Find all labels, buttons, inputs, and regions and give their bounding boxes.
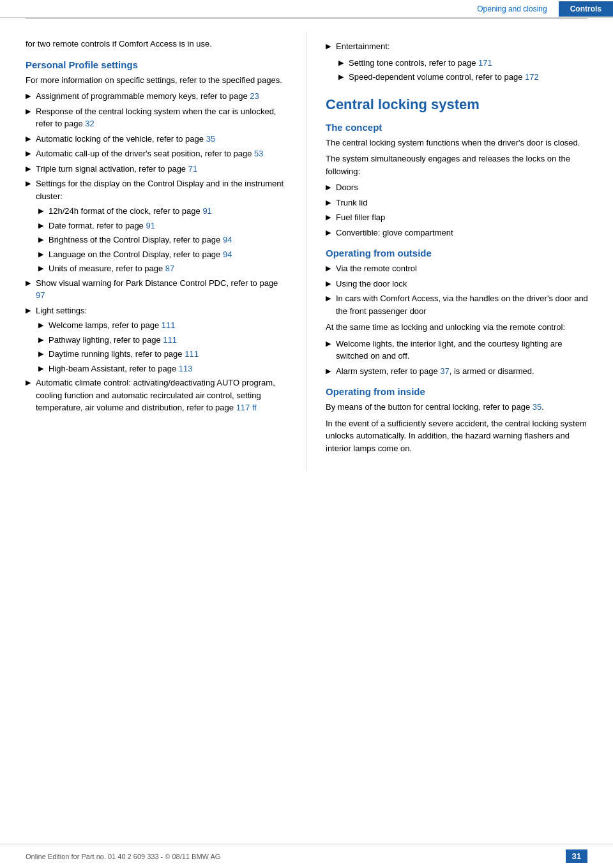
bullet-icon: ▶ bbox=[326, 227, 331, 238]
bullet-icon: ▶ bbox=[26, 163, 31, 174]
bullet-icon: ▶ bbox=[326, 293, 331, 304]
list-item: ▶ Doors bbox=[326, 181, 594, 194]
list-item-entertainment: ▶ Entertainment: bbox=[326, 40, 594, 53]
link-97[interactable]: 97 bbox=[36, 290, 45, 300]
bullet-icon: ▶ bbox=[26, 305, 31, 316]
list-item: ▶ Date format, refer to page 91 bbox=[38, 220, 287, 232]
locks-list: ▶ Doors ▶ Trunk lid ▶ Fuel filler flap ▶… bbox=[326, 181, 594, 239]
bullet-icon: ▶ bbox=[38, 363, 43, 374]
bullet-icon: ▶ bbox=[338, 71, 344, 82]
list-item: ▶ Units of measure, refer to page 87 bbox=[38, 262, 287, 275]
bullet-icon: ▶ bbox=[26, 106, 31, 117]
bullet-icon: ▶ bbox=[38, 348, 43, 359]
left-column: for two remote controls if Comfort Acces… bbox=[0, 31, 306, 471]
bullet-icon: ▶ bbox=[26, 91, 31, 101]
bullet-icon: ▶ bbox=[326, 366, 331, 377]
list-item: ▶ In cars with Comfort Access, via the h… bbox=[326, 292, 594, 317]
bullet-icon: ▶ bbox=[38, 263, 43, 274]
link-37[interactable]: 37 bbox=[440, 366, 449, 376]
link-111c[interactable]: 111 bbox=[185, 349, 199, 359]
footer-copyright: Online Edition for Part no. 01 40 2 609 … bbox=[26, 853, 220, 860]
link-113[interactable]: 113 bbox=[179, 364, 193, 373]
bullet-icon: ▶ bbox=[338, 57, 344, 68]
operating-outside-heading: Operating from outside bbox=[326, 248, 594, 258]
the-concept-heading: The concept bbox=[326, 122, 594, 133]
personal-profile-list: ▶ Assignment of programmable memory keys… bbox=[26, 90, 287, 414]
list-item: ▶ High-beam Assistant, refer to page 113 bbox=[38, 363, 287, 375]
link-87[interactable]: 87 bbox=[165, 264, 174, 273]
bullet-icon: ▶ bbox=[38, 220, 43, 231]
link-171[interactable]: 171 bbox=[478, 58, 492, 68]
link-94b[interactable]: 94 bbox=[223, 250, 232, 259]
tab-opening-closing[interactable]: Opening and closing bbox=[465, 1, 558, 17]
bullet-icon: ▶ bbox=[326, 263, 331, 274]
list-item: ▶ Alarm system, refer to page 37, is arm… bbox=[326, 365, 594, 378]
list-item: ▶ Trunk lid bbox=[326, 197, 594, 209]
list-item: ▶ Daytime running lights, refer to page … bbox=[38, 348, 287, 361]
bullet-icon: ▶ bbox=[26, 377, 31, 388]
operating-outside-para1: At the same time as locking and unlockin… bbox=[326, 321, 594, 334]
footer: Online Edition for Part no. 01 40 2 609 … bbox=[0, 844, 613, 868]
link-23[interactable]: 23 bbox=[250, 91, 259, 101]
tab-controls[interactable]: Controls bbox=[559, 1, 613, 17]
sub-list-display: ▶ 12h/24h format of the clock, refer to … bbox=[38, 205, 287, 275]
list-item: ▶ Convertible: glove compartment bbox=[326, 227, 594, 239]
header-bar: Opening and closing Controls bbox=[0, 0, 613, 18]
sub-list-light: ▶ Welcome lamps, refer to page 111 ▶ Pat… bbox=[38, 319, 287, 375]
list-item: ▶ Via the remote control bbox=[326, 262, 594, 275]
list-item: ▶ Welcome lamps, refer to page 111 bbox=[38, 319, 287, 332]
bullet-icon: ▶ bbox=[326, 212, 331, 223]
list-item: ▶ 12h/24h format of the clock, refer to … bbox=[38, 205, 287, 218]
link-94a[interactable]: 94 bbox=[223, 235, 232, 244]
right-column: ▶ Entertainment: ▶ Setting tone controls… bbox=[306, 31, 613, 471]
page-number: 31 bbox=[566, 849, 587, 863]
list-item: ▶ Welcome lights, the interior light, an… bbox=[326, 338, 594, 363]
list-item: ▶ Using the door lock bbox=[326, 278, 594, 290]
personal-profile-heading: Personal Profile settings bbox=[26, 59, 287, 70]
bullet-icon: ▶ bbox=[26, 178, 31, 189]
the-concept-para2: The system simultaneously engages and re… bbox=[326, 153, 594, 177]
list-item: ▶ Light settings: bbox=[26, 304, 287, 317]
link-35b[interactable]: 35 bbox=[533, 402, 541, 412]
bullet-icon: ▶ bbox=[38, 206, 43, 216]
link-71[interactable]: 71 bbox=[188, 164, 197, 174]
link-111b[interactable]: 111 bbox=[163, 335, 177, 345]
list-item: ▶ Automatic climate control: activating/… bbox=[26, 377, 287, 414]
bullet-icon: ▶ bbox=[326, 41, 331, 52]
bullet-icon: ▶ bbox=[26, 278, 31, 288]
bullet-icon: ▶ bbox=[26, 133, 31, 144]
top-divider bbox=[26, 18, 587, 19]
bullet-icon: ▶ bbox=[38, 334, 43, 345]
operating-inside-para2: In the event of a sufficiently severe ac… bbox=[326, 417, 594, 455]
bullet-icon: ▶ bbox=[26, 148, 31, 159]
link-117ff[interactable]: 117 ff bbox=[236, 403, 257, 412]
central-locking-heading: Central locking system bbox=[326, 96, 594, 113]
list-item: ▶ Language on the Control Display, refer… bbox=[38, 248, 287, 261]
link-53[interactable]: 53 bbox=[254, 149, 263, 158]
list-item: ▶ Fuel filler flap bbox=[326, 211, 594, 224]
link-35[interactable]: 35 bbox=[206, 134, 215, 144]
link-32[interactable]: 32 bbox=[85, 119, 94, 128]
entertainment-list: ▶ Entertainment: bbox=[326, 40, 594, 53]
link-172[interactable]: 172 bbox=[525, 72, 539, 82]
list-item: ▶ Show visual warning for Park Distance … bbox=[26, 277, 287, 302]
bullet-icon: ▶ bbox=[38, 234, 43, 245]
list-item: ▶ Pathway lighting, refer to page 111 bbox=[38, 334, 287, 347]
main-content: for two remote controls if Comfort Acces… bbox=[0, 25, 613, 471]
link-91b[interactable]: 91 bbox=[146, 221, 155, 230]
intro-text: for two remote controls if Comfort Acces… bbox=[26, 38, 287, 50]
link-91a[interactable]: 91 bbox=[202, 206, 211, 216]
operating-inside-para1: By means of the button for central locki… bbox=[326, 401, 594, 414]
list-item: ▶ Assignment of programmable memory keys… bbox=[26, 90, 287, 103]
the-concept-para1: The central locking system functions whe… bbox=[326, 137, 594, 149]
list-item: ▶ Triple turn signal activation, refer t… bbox=[26, 163, 287, 176]
link-111a[interactable]: 111 bbox=[162, 320, 176, 330]
operating-inside-heading: Operating from inside bbox=[326, 386, 594, 397]
bullet-icon: ▶ bbox=[326, 197, 331, 208]
list-item: ▶ Response of the central locking system… bbox=[26, 105, 287, 130]
list-item: ▶ Brightness of the Control Display, ref… bbox=[38, 234, 287, 246]
bullet-icon: ▶ bbox=[38, 320, 43, 331]
list-item: ▶ Speed-dependent volume control, refer … bbox=[338, 71, 594, 84]
operating-outside-list: ▶ Via the remote control ▶ Using the doo… bbox=[326, 262, 594, 317]
remote-sublist: ▶ Welcome lights, the interior light, an… bbox=[326, 338, 594, 378]
